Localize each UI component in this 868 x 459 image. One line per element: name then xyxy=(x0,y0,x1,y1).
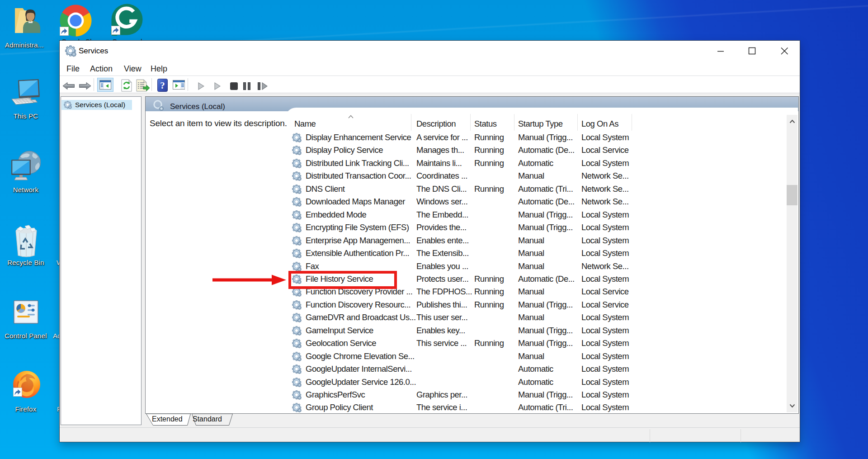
svg-text:?: ? xyxy=(160,80,165,91)
